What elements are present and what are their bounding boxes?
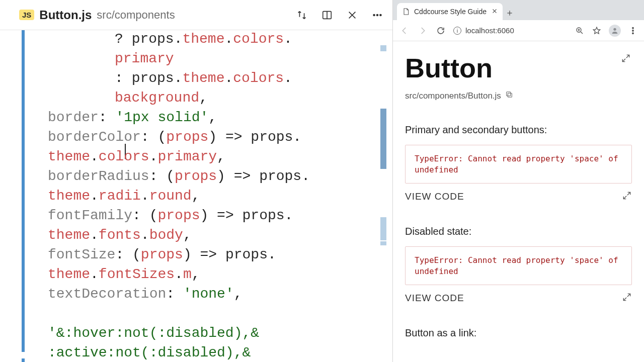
code-line: fontFamily: (props) => props. [44,206,377,225]
code-line: '&:hover:not(:disabled),& [44,323,377,343]
code-line: background, [44,88,377,108]
code-line: theme.fonts.body, [44,225,377,245]
change-marker [22,30,25,352]
svg-rect-22 [508,93,512,97]
close-tab-icon[interactable] [492,8,498,16]
svg-point-18 [632,30,634,31]
browser-tab-title: Cddcourse Style Guide [414,8,487,16]
profile-avatar[interactable] [609,25,621,37]
editor-pane: JS Button.js src/components ? props.them… [0,0,392,362]
editor-minimap[interactable] [380,30,386,362]
expand-icon[interactable] [621,53,631,65]
url-text: localhost:6060 [465,26,514,35]
viewcode-row: VIEW CODE [405,292,632,304]
svg-line-25 [623,196,626,199]
new-tab-button[interactable] [503,6,517,20]
code-line: border: '1px solid', [44,108,377,127]
code-line: theme.colors.primary, [44,147,377,166]
example-label: Primary and secondary buttons: [405,124,632,136]
svg-point-19 [632,32,634,34]
viewcode-row: VIEW CODE [405,191,632,203]
zoom-icon[interactable] [575,26,585,36]
svg-line-27 [623,298,626,301]
more-actions-icon[interactable] [371,9,383,21]
code-line: primary [44,49,377,68]
browser-tab-strip: Cddcourse Style Guide [393,0,644,20]
code-line: theme.fontSizes.m, [44,264,377,284]
view-code-button[interactable]: VIEW CODE [405,191,464,202]
code-line: theme.radii.round, [44,186,377,206]
example-block: Primary and secondary buttons:TypeError:… [405,124,632,203]
component-title: Button [405,52,632,83]
editor-tab-actions [296,9,383,21]
browser-toolbar: i localhost:6060 [393,20,644,41]
file-type-badge: JS [19,10,34,20]
example-label: Button as a link: [405,327,632,339]
svg-line-12 [581,32,583,34]
close-tab-icon[interactable] [346,9,358,21]
file-path: src/components [97,9,175,22]
example-block: Button as a link: [405,327,632,339]
address-bar[interactable]: i localhost:6060 [453,26,514,35]
error-message: TypeError: Cannot read property 'space' … [405,145,632,184]
code-editor[interactable]: ? props.theme.colors.primary: props.them… [0,30,392,362]
copy-icon[interactable] [505,90,513,101]
browser-tab[interactable]: Cddcourse Style Guide [397,3,503,20]
code-line: ? props.theme.colors. [44,30,377,49]
code-line: fontSize: (props) => props. [44,245,377,264]
browser-menu-icon[interactable] [628,26,638,36]
svg-point-16 [613,28,616,30]
change-marker [22,358,25,362]
file-name: Button.js [39,8,92,22]
error-message: TypeError: Cannot read property 'space' … [405,246,632,285]
code-line: textDecoration: 'none', [44,284,377,304]
styleguide-page: Button src/components/Button.js Primary … [393,41,644,362]
svg-line-24 [627,193,630,196]
code-line: : props.theme.colors. [44,68,377,88]
svg-point-5 [377,14,378,16]
forward-button[interactable] [417,25,428,36]
code-line [44,304,377,323]
code-line: borderRadius: (props) => props. [44,166,377,186]
example-label: Disabled state: [405,226,632,237]
back-button[interactable] [399,25,410,36]
code-line: borderColor: (props) => props. [44,127,377,147]
expand-icon[interactable] [622,191,632,203]
compare-changes-icon[interactable] [296,9,308,21]
page-icon [402,8,410,16]
svg-line-21 [622,59,625,62]
editor-tab-bar: JS Button.js src/components [0,0,392,30]
component-source-path: src/components/Button.js [405,91,501,101]
component-source-row: src/components/Button.js [405,90,632,101]
svg-point-6 [380,14,381,16]
svg-point-4 [373,14,375,16]
svg-line-26 [627,294,630,297]
example-block: Disabled state:TypeError: Cannot read pr… [405,226,632,304]
browser-pane: Cddcourse Style Guide i localhost:6060 [392,0,644,362]
svg-marker-15 [593,27,600,34]
refresh-button[interactable] [435,25,446,36]
expand-icon[interactable] [622,292,632,304]
code-line: :active:not(:disabled),& [44,343,377,362]
split-editor-icon[interactable] [321,9,333,21]
view-code-button[interactable]: VIEW CODE [405,293,464,304]
bookmark-icon[interactable] [592,26,602,36]
svg-point-17 [632,27,634,29]
svg-rect-23 [507,92,511,96]
svg-line-20 [626,55,629,58]
site-info-icon[interactable]: i [453,27,461,35]
